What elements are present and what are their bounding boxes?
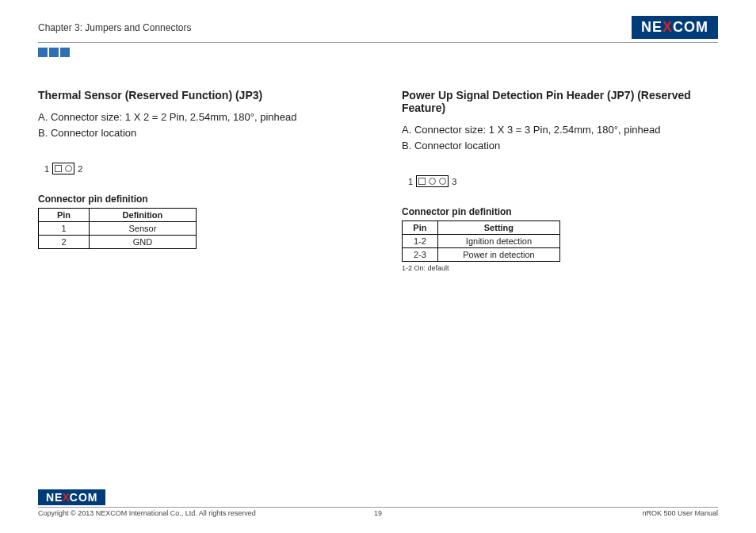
left-pin-table: Pin Definition 1 Sensor 2 GND bbox=[38, 208, 197, 249]
right-table-note: 1-2 On: default bbox=[402, 264, 718, 272]
page-header: Chapter 3: Jumpers and Connectors NEXCOM bbox=[38, 16, 718, 43]
nexcom-logo-top: NEXCOM bbox=[632, 16, 718, 39]
pin-label-right: 2 bbox=[78, 164, 82, 174]
left-table-title: Connector pin definition bbox=[38, 194, 354, 205]
left-section-title: Thermal Sensor (Reserved Function) (JP3) bbox=[38, 89, 354, 102]
pin-1-icon bbox=[418, 178, 426, 185]
pin-box bbox=[416, 175, 449, 187]
pin-1-icon bbox=[55, 165, 62, 172]
right-section-title: Power Up Signal Detection Pin Header (JP… bbox=[402, 89, 718, 114]
pin-3-icon bbox=[439, 178, 446, 185]
table-row: 2-3 Power in detection bbox=[403, 248, 560, 262]
right-column: Power Up Signal Detection Pin Header (JP… bbox=[402, 89, 718, 272]
chapter-label: Chapter 3: Jumpers and Connectors bbox=[38, 22, 191, 33]
manual-name: nROK 500 User Manual bbox=[642, 509, 718, 517]
table-row: 2 GND bbox=[39, 236, 197, 249]
right-th-pin: Pin bbox=[403, 221, 438, 235]
copyright-text: Copyright © 2013 NEXCOM International Co… bbox=[38, 509, 256, 517]
left-spec-a: A. Connector size: 1 X 2 = 2 Pin, 2.54mm… bbox=[38, 109, 354, 125]
pin-2-icon bbox=[65, 165, 72, 172]
left-pin-diagram: 1 2 bbox=[44, 163, 354, 174]
right-pin-diagram: 1 3 bbox=[408, 175, 718, 187]
left-column: Thermal Sensor (Reserved Function) (JP3)… bbox=[38, 89, 354, 272]
nexcom-logo-bottom: NEXCOM bbox=[38, 489, 105, 505]
left-th-pin: Pin bbox=[39, 209, 90, 222]
pin-2-icon bbox=[429, 178, 436, 185]
table-row: 1-2 Ignition detection bbox=[403, 235, 560, 248]
right-pin-table: Pin Setting 1-2 Ignition detection 2-3 P… bbox=[402, 220, 560, 262]
main-content: Thermal Sensor (Reserved Function) (JP3)… bbox=[38, 89, 718, 272]
right-th-set: Setting bbox=[437, 221, 559, 235]
decorative-squares bbox=[38, 48, 718, 57]
pin-label-left: 1 bbox=[408, 177, 413, 186]
left-spec-b: B. Connector location bbox=[38, 125, 354, 141]
pin-label-left: 1 bbox=[44, 164, 49, 174]
right-spec-a: A. Connector size: 1 X 3 = 3 Pin, 2.54mm… bbox=[402, 122, 718, 138]
table-row: 1 Sensor bbox=[39, 222, 197, 236]
right-table-title: Connector pin definition bbox=[402, 206, 718, 217]
page-number: 19 bbox=[374, 509, 382, 517]
left-th-def: Definition bbox=[89, 209, 196, 222]
page-footer: NEXCOM Copyright © 2013 NEXCOM Internati… bbox=[38, 489, 718, 517]
pin-box bbox=[52, 163, 74, 174]
right-spec-b: B. Connector location bbox=[402, 138, 718, 154]
footer-bar: Copyright © 2013 NEXCOM International Co… bbox=[38, 507, 718, 517]
pin-label-right: 3 bbox=[452, 177, 456, 186]
